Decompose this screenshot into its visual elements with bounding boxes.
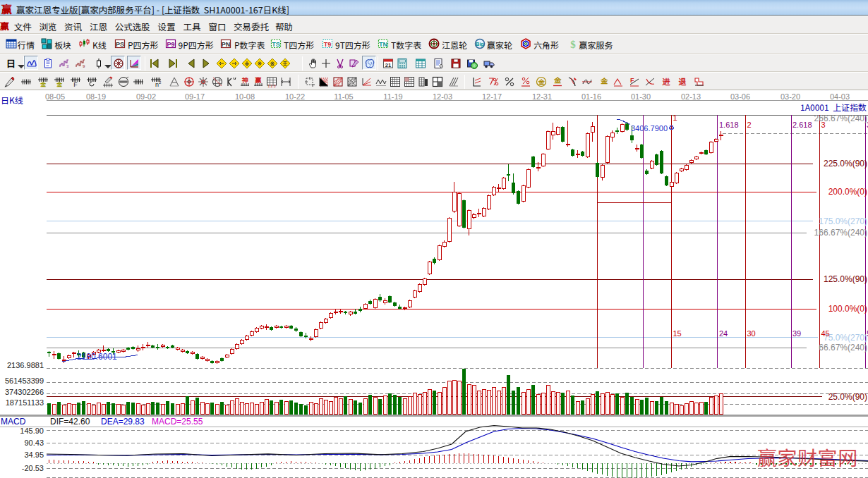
svg-text:DIF=42.60: DIF=42.60 — [50, 417, 90, 427]
svg-text:03-06: 03-06 — [730, 92, 750, 101]
svg-text:10-22: 10-22 — [285, 92, 305, 101]
svg-text:374302266: 374302266 — [5, 388, 44, 396]
svg-text:01-16: 01-16 — [581, 92, 601, 101]
svg-text:P9: P9 — [167, 41, 174, 48]
svg-text:45: 45 — [821, 329, 830, 338]
svg-text:MACD=25.55: MACD=25.55 — [152, 417, 203, 427]
svg-text:01-30: 01-30 — [631, 92, 651, 101]
svg-text:9: 9 — [83, 64, 85, 68]
svg-text:03-20: 03-20 — [780, 92, 800, 101]
svg-text:金: 金 — [554, 76, 562, 85]
svg-text:12-17: 12-17 — [482, 92, 502, 101]
svg-text:T9: T9 — [323, 41, 331, 48]
svg-text:3: 3 — [66, 64, 69, 68]
svg-text:神: 神 — [241, 76, 248, 85]
svg-text:$: $ — [570, 39, 576, 50]
svg-text:39: 39 — [792, 329, 801, 338]
svg-text:04-03: 04-03 — [830, 92, 850, 101]
svg-text:10-08: 10-08 — [235, 92, 255, 101]
svg-text:90.43: 90.43 — [24, 439, 44, 447]
svg-text:?: ? — [117, 61, 120, 66]
svg-text:1.618: 1.618 — [719, 121, 739, 129]
svg-text:PS: PS — [115, 41, 123, 48]
svg-text:187151133: 187151133 — [6, 398, 44, 407]
svg-text:11-05: 11-05 — [334, 92, 353, 101]
svg-text:赢: 赢 — [254, 76, 261, 85]
svg-text:1A0001 上证指数: 1A0001 上证指数 — [800, 101, 867, 113]
svg-text:金: 金 — [538, 78, 545, 87]
svg-text:1 2 3: 1 2 3 — [267, 84, 275, 88]
svg-text:08-05: 08-05 — [45, 92, 65, 101]
svg-text:TS: TS — [272, 41, 280, 48]
svg-text:PN: PN — [222, 41, 231, 48]
svg-text:15: 15 — [673, 329, 682, 338]
svg-text:08-19: 08-19 — [86, 92, 106, 101]
svg-text:2.618: 2.618 — [792, 121, 812, 129]
svg-text:日K线: 日K线 — [1, 94, 23, 106]
svg-text:66.67%(240): 66.67%(240) — [819, 343, 867, 353]
svg-text:561453399: 561453399 — [5, 376, 44, 385]
svg-text:3406.7900: 3406.7900 — [631, 124, 668, 133]
svg-text:175.0%(270): 175.0%(270) — [819, 216, 867, 226]
svg-text:145.90: 145.90 — [20, 427, 44, 435]
svg-text:2: 2 — [159, 80, 162, 85]
svg-text:09-02: 09-02 — [136, 92, 156, 101]
svg-text:200.0%(0): 200.0%(0) — [828, 187, 867, 197]
svg-text:Big: Big — [476, 42, 483, 47]
svg-text:11-19: 11-19 — [383, 92, 402, 101]
svg-text:进: 进 — [663, 76, 671, 87]
svg-text:02-13: 02-13 — [681, 92, 701, 101]
svg-text:24: 24 — [719, 329, 728, 338]
svg-text:MACD: MACD — [1, 417, 26, 427]
svg-text:34.95: 34.95 — [24, 451, 44, 459]
svg-text:2136.9881: 2136.9881 — [7, 361, 44, 369]
svg-text:25.0%(90): 25.0%(90) — [828, 392, 867, 402]
svg-text:12-31: 12-31 — [532, 92, 552, 101]
svg-text:125.0%(90): 125.0%(90) — [824, 274, 867, 284]
svg-text:30: 30 — [747, 329, 756, 338]
svg-text:12-03: 12-03 — [433, 92, 452, 101]
svg-text:3: 3 — [821, 121, 826, 129]
svg-text:09-17: 09-17 — [185, 92, 205, 101]
svg-text:21: 21 — [385, 62, 391, 68]
svg-text:退: 退 — [679, 76, 687, 87]
svg-text:DEA=29.83: DEA=29.83 — [101, 417, 145, 427]
svg-text:F: F — [73, 81, 78, 87]
svg-text:225.0%(90): 225.0%(90) — [824, 159, 867, 168]
svg-text:日: 日 — [6, 58, 16, 69]
svg-text:75.0%(270): 75.0%(270) — [824, 333, 867, 343]
svg-text:TN: TN — [379, 41, 387, 48]
svg-text:-20.53: -20.53 — [22, 464, 44, 472]
svg-text:金: 金 — [40, 80, 47, 87]
svg-text:166.67%(240): 166.67%(240) — [814, 228, 867, 238]
svg-text:1: 1 — [673, 114, 677, 122]
svg-text:金: 金 — [601, 76, 608, 86]
svg-text:2: 2 — [747, 121, 752, 129]
svg-text:赢家财富网: 赢家财富网 — [757, 443, 858, 471]
svg-text:金: 金 — [56, 80, 63, 87]
svg-text:2180.6001: 2180.6001 — [77, 352, 117, 362]
svg-text:100.0%(0): 100.0%(0) — [828, 304, 867, 314]
